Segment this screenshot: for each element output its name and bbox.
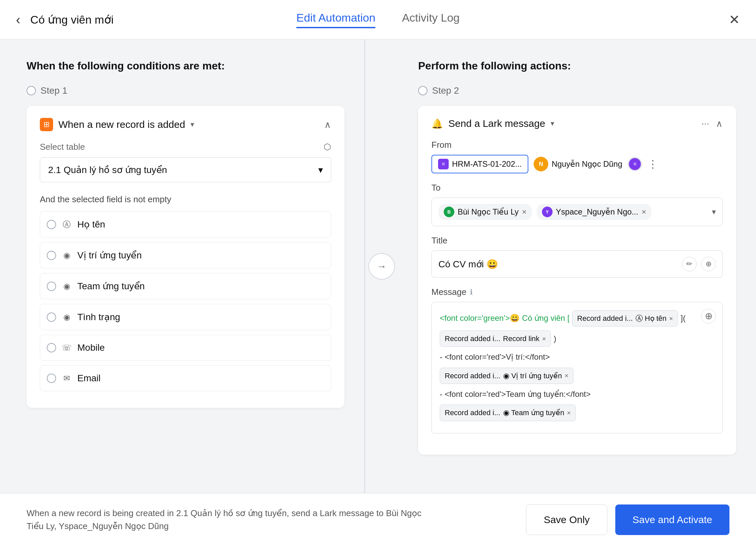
action-collapse-button[interactable]: ∧ bbox=[716, 118, 723, 129]
message-line-1: <font color='green'>😀 Có ứng viên [ Reco… bbox=[440, 310, 715, 327]
trigger-label: When a new record is added bbox=[58, 119, 185, 130]
trigger-info: ⊞ When a new record is added ▾ bbox=[40, 118, 194, 131]
remove-chip-2[interactable]: × bbox=[565, 370, 568, 381]
title-edit-button[interactable]: ✏ bbox=[682, 257, 697, 271]
field-label-mobile: Mobile bbox=[77, 343, 105, 353]
step2-label: Step 2 bbox=[432, 85, 459, 96]
footer-buttons: Save Only Save and Activate bbox=[526, 505, 729, 535]
action-dropdown-icon[interactable]: ▾ bbox=[551, 119, 554, 128]
remove-recipient1-button[interactable]: × bbox=[522, 207, 527, 216]
back-icon: ‹ bbox=[16, 12, 20, 27]
more-options-icon[interactable]: ··· bbox=[702, 118, 709, 129]
select-table-label: Select table ⬡ bbox=[40, 142, 331, 152]
field-icon-team: ◉ bbox=[61, 282, 72, 291]
message-box[interactable]: ⊕ <font color='green'>😀 Có ứng viên [ Re… bbox=[431, 302, 723, 433]
header-tabs: Edit Automation Activity Log bbox=[296, 11, 460, 28]
field-label-team: Team ứng tuyển bbox=[77, 281, 145, 292]
field-radio-ho-ten bbox=[47, 220, 56, 229]
message-text-2: - <font color='red'>Vị trí:</font> bbox=[440, 351, 550, 363]
recipient1-name: Bùi Ngọc Tiểu Ly bbox=[458, 207, 519, 216]
from-label: From bbox=[431, 140, 723, 150]
action-label: Send a Lark message bbox=[448, 118, 545, 129]
title-action-buttons: ✏ ⊕ bbox=[682, 257, 716, 271]
to-dropdown-icon[interactable]: ▾ bbox=[712, 207, 716, 216]
remove-recipient2-button[interactable]: × bbox=[642, 207, 646, 216]
message-line-6: Record added i... ◉ Team ứng tuyển × bbox=[440, 405, 715, 421]
hrm-icon: ≡ bbox=[438, 159, 449, 169]
message-add-button[interactable]: ⊕ bbox=[701, 309, 716, 324]
record-chip-3: Record added i... ◉ Team ứng tuyển × bbox=[440, 405, 576, 421]
from-user-chip: N Nguyễn Ngọc Dũng bbox=[534, 157, 622, 171]
step2-indicator: Step 2 bbox=[418, 85, 736, 96]
divider-arrow-container: → bbox=[365, 40, 398, 493]
field-item-tinh-trang[interactable]: ◉ Tình trạng bbox=[40, 304, 331, 330]
header: ‹ Có ứng viên mới Edit Automation Activi… bbox=[0, 0, 756, 40]
message-label: Message ℹ bbox=[431, 287, 723, 297]
close-button[interactable]: ✕ bbox=[729, 12, 740, 27]
title-input[interactable]: Có CV mới 😀 ✏ ⊕ bbox=[431, 250, 723, 278]
remove-chip-1b[interactable]: × bbox=[542, 334, 546, 344]
main-content: When the following conditions are met: S… bbox=[0, 40, 756, 493]
field-radio-vi-tri bbox=[47, 251, 56, 260]
field-item-mobile[interactable]: ☏ Mobile bbox=[40, 335, 331, 361]
field-item-team[interactable]: ◉ Team ứng tuyển bbox=[40, 273, 331, 299]
action-card-header: 🔔 Send a Lark message ▾ ··· ∧ bbox=[431, 118, 723, 129]
field-item-ho-ten[interactable]: Ⓐ Họ tên bbox=[40, 211, 331, 237]
remove-chip-3[interactable]: × bbox=[567, 408, 571, 418]
recipient2-name: Yspace_Nguyễn Ngo... bbox=[556, 207, 638, 216]
flow-arrow-icon: → bbox=[368, 253, 395, 280]
recipient2-avatar: Y bbox=[542, 206, 553, 217]
to-recipient-1: B Bùi Ngọc Tiểu Ly × bbox=[438, 204, 532, 220]
close-icon: ✕ bbox=[729, 12, 740, 27]
field-icon-ho-ten: Ⓐ bbox=[61, 219, 72, 230]
record-chip-2: Record added i... ◉ Vị trí ứng tuyển × bbox=[440, 368, 573, 384]
table-select-dropdown[interactable]: 2.1 Quản lý hồ sơ ứng tuyển ▾ bbox=[40, 157, 331, 182]
actions-title: Perform the following actions: bbox=[418, 60, 736, 72]
footer-description: When a new record is being created in 2.… bbox=[27, 507, 425, 533]
record-chip-1b: Record added i... Record link × bbox=[440, 331, 551, 347]
action-card: 🔔 Send a Lark message ▾ ··· ∧ From ≡ HRM… bbox=[418, 106, 736, 455]
message-line-4: Record added i... ◉ Vị trí ứng tuyển × bbox=[440, 368, 715, 384]
action-header-controls: ··· ∧ bbox=[702, 118, 723, 129]
message-text-1: <font color='green'>😀 Có ứng viên [ bbox=[440, 312, 569, 325]
external-link-icon[interactable]: ⬡ bbox=[324, 142, 331, 152]
field-radio-tinh-trang bbox=[47, 313, 56, 322]
title-add-button[interactable]: ⊕ bbox=[701, 257, 716, 271]
condition-card-header: ⊞ When a new record is added ▾ ∧ bbox=[40, 118, 331, 131]
to-select-box[interactable]: B Bùi Ngọc Tiểu Ly × Y Yspace_Nguyễn Ngo… bbox=[431, 197, 723, 226]
field-label-vi-tri: Vị trí ứng tuyển bbox=[77, 250, 142, 261]
message-line-5: - <font color='red'>Team ứng tuyển:</fon… bbox=[440, 388, 715, 401]
field-label-tinh-trang: Tình trạng bbox=[77, 312, 120, 323]
tab-activity-log[interactable]: Activity Log bbox=[402, 11, 460, 28]
field-icon-vi-tri: ◉ bbox=[61, 251, 72, 260]
field-item-vi-tri[interactable]: ◉ Vị trí ứng tuyển bbox=[40, 242, 331, 268]
footer: When a new record is being created in 2.… bbox=[0, 493, 756, 546]
message-line-3: - <font color='red'>Vị trí:</font> bbox=[440, 351, 715, 363]
field-label-ho-ten: Họ tên bbox=[77, 219, 105, 230]
field-condition-label: And the selected field is not empty bbox=[40, 194, 331, 204]
from-user-name: Nguyễn Ngọc Dũng bbox=[552, 159, 622, 169]
collapse-button[interactable]: ∧ bbox=[324, 119, 331, 130]
field-item-email[interactable]: ✉ Email bbox=[40, 365, 331, 391]
user-avatar: N bbox=[534, 157, 548, 171]
message-line-2: Record added i... Record link × ) bbox=[440, 331, 715, 347]
remove-chip-1a[interactable]: × bbox=[669, 313, 673, 324]
to-field-row: To B Bùi Ngọc Tiểu Ly × Y Yspace_Nguyễn … bbox=[431, 183, 723, 226]
title-value: Có CV mới 😀 bbox=[438, 259, 498, 270]
field-radio-mobile bbox=[47, 343, 56, 352]
from-hrm-chip[interactable]: ≡ HRM-ATS-01-202... bbox=[431, 155, 528, 173]
save-only-button[interactable]: Save Only bbox=[526, 505, 607, 535]
step1-indicator: Step 1 bbox=[27, 85, 344, 96]
from-chip-text: HRM-ATS-01-202... bbox=[452, 159, 522, 169]
from-options-icon[interactable]: ⋮ bbox=[647, 158, 658, 170]
tab-edit-automation[interactable]: Edit Automation bbox=[296, 11, 375, 28]
from-more-button[interactable]: ≡ bbox=[628, 157, 642, 171]
back-button[interactable]: ‹ bbox=[16, 12, 20, 27]
field-icon-email: ✉ bbox=[61, 374, 72, 383]
trigger-icon: ⊞ bbox=[40, 118, 53, 131]
trigger-dropdown-icon[interactable]: ▾ bbox=[190, 120, 194, 129]
message-field-row: Message ℹ ⊕ <font color='green'>😀 Có ứng… bbox=[431, 287, 723, 433]
from-field-row: From ≡ HRM-ATS-01-202... N Nguyễn Ngọc D… bbox=[431, 140, 723, 173]
save-and-activate-button[interactable]: Save and Activate bbox=[615, 505, 729, 535]
more-avatar-icon: ≡ bbox=[629, 158, 641, 170]
